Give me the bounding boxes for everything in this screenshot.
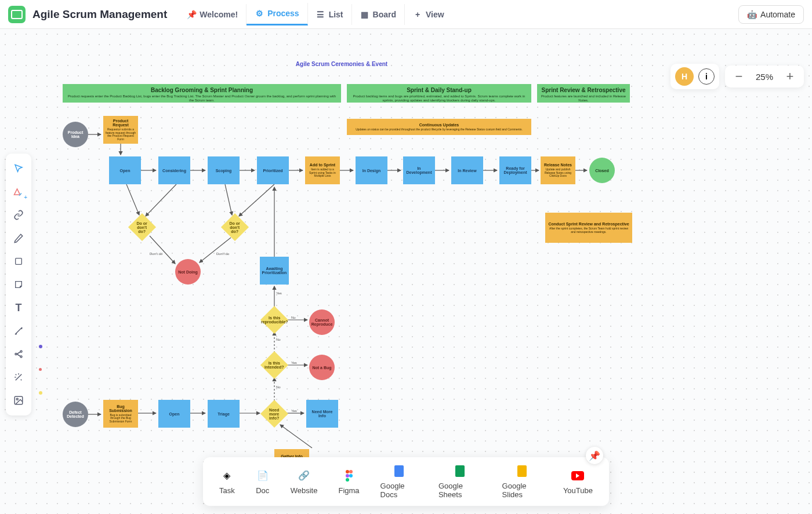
label-no: No: [276, 338, 281, 341]
node-triage[interactable]: Triage: [208, 400, 240, 428]
whiteboard-canvas[interactable]: + T H i − 25% + Agile Scrum Ceremonies &…: [0, 29, 812, 514]
tab-welcome[interactable]: 📌Welcome!: [179, 4, 246, 25]
rect-tool[interactable]: [8, 251, 29, 272]
diagram-title: Agile Scrum Ceremonies & Event: [45, 61, 638, 72]
note-continuous-updates[interactable]: Continuous UpdatesUpdates on status can …: [347, 119, 531, 135]
node-closed[interactable]: Closed: [589, 158, 615, 183]
node-notBug[interactable]: Not a Bug: [309, 355, 335, 380]
text-tool[interactable]: T: [8, 297, 29, 318]
node-cannotRepro[interactable]: Cannot Reproduce: [309, 309, 335, 335]
mindmap-tool[interactable]: [8, 344, 29, 364]
svg-line-23: [200, 238, 231, 263]
node-needMoreInfo[interactable]: Need More Info: [306, 400, 338, 428]
node-readyDeploy[interactable]: Ready for Deployment: [499, 156, 531, 184]
insert-label: Google Slides: [502, 482, 542, 499]
doc-icon: 📄: [256, 469, 270, 483]
node-bugSub[interactable]: Bug SubmissionBug is submitted through t…: [103, 400, 138, 428]
swimlane-header[interactable]: Sprint & Daily Stand-upProduct backlog i…: [347, 84, 531, 103]
svg-point-39: [349, 474, 353, 477]
tab-label: Board: [373, 10, 396, 19]
node-considering[interactable]: Considering: [158, 156, 190, 184]
tab-board[interactable]: ▦Board: [352, 4, 405, 25]
page-title: Agile Scrum Management: [32, 8, 167, 21]
insert-youtube[interactable]: YouTube: [563, 469, 593, 495]
youtube-icon: [571, 469, 585, 483]
svg-point-38: [346, 474, 349, 477]
connector-tool[interactable]: [8, 320, 29, 341]
shape-tool[interactable]: +: [8, 181, 29, 202]
insert-gslides[interactable]: Google Slides: [502, 464, 542, 499]
node-productIdea[interactable]: Product Idea: [63, 122, 88, 147]
node-awaiting[interactable]: Awaiting Prioritization: [260, 257, 289, 285]
automate-label: Automate: [760, 10, 795, 19]
insert-label: Google Sheets: [438, 482, 481, 499]
label-yes: Yes: [276, 291, 282, 295]
plus-icon: +: [413, 10, 422, 19]
node-scoping[interactable]: Scoping: [208, 156, 240, 184]
svg-line-21: [239, 184, 274, 216]
link-tool[interactable]: [8, 205, 29, 225]
pointer-tool[interactable]: [8, 158, 29, 179]
svg-point-1: [15, 353, 17, 355]
node-productRequest[interactable]: Product RequestRequestor submits a featu…: [103, 116, 138, 144]
gslides-icon: [515, 464, 529, 478]
label-dontdo: Don't do: [216, 252, 229, 256]
insert-gdocs[interactable]: Google Docs: [380, 464, 418, 499]
label-dontdo: Don't do: [150, 252, 162, 256]
node-decide1[interactable]: Do or don't do?: [128, 213, 156, 241]
swimlane-header[interactable]: Sprint Review & RetrospectiveProduct fea…: [537, 84, 630, 103]
node-notDoing[interactable]: Not Doing: [175, 259, 201, 285]
svg-line-19: [146, 184, 176, 216]
swimlane-header[interactable]: Backlog Grooming & Sprint PlanningProduc…: [63, 84, 341, 103]
process-icon: ⚙: [255, 9, 264, 18]
insert-website[interactable]: 🔗Website: [291, 469, 318, 495]
svg-line-20: [225, 184, 232, 215]
node-reproduc[interactable]: Is this reproducible?: [260, 306, 288, 334]
node-prioritized[interactable]: Prioritized: [257, 156, 289, 184]
pen-tool[interactable]: [8, 228, 29, 249]
svg-point-5: [16, 398, 18, 400]
node-open[interactable]: Open: [109, 156, 141, 184]
node-decide2[interactable]: Do or don't do?: [221, 213, 249, 241]
tab-process[interactable]: ⚙Process: [246, 3, 307, 25]
tab-label: Process: [267, 9, 299, 18]
robot-icon: 🤖: [747, 10, 757, 19]
node-intended[interactable]: Is this intended?: [260, 351, 288, 379]
label-yes: Yes: [291, 409, 297, 413]
svg-line-22: [150, 236, 175, 264]
tab-list[interactable]: ☰List: [308, 4, 352, 25]
insert-label: Figma: [338, 486, 359, 495]
node-defect[interactable]: Defect Detected: [63, 402, 88, 427]
pin-icon[interactable]: 📌: [586, 447, 603, 464]
node-addSprint[interactable]: Add to SprintItem is added to a Sprint u…: [305, 156, 340, 184]
image-tool[interactable]: [8, 390, 29, 411]
insert-task[interactable]: ◈Task: [219, 469, 235, 495]
node-releaseNotes[interactable]: Release NotesUpdate and publish Release …: [541, 156, 575, 184]
automate-button[interactable]: 🤖Automate: [738, 5, 804, 24]
rect-color-dot: [39, 368, 42, 371]
insert-gsheets[interactable]: Google Sheets: [438, 464, 481, 499]
svg-point-3: [20, 356, 22, 358]
board-icon: ▦: [360, 10, 369, 19]
view-tabs: 📌Welcome! ⚙Process ☰List ▦Board +View: [179, 3, 452, 25]
node-needMore[interactable]: Need more info?: [260, 400, 288, 428]
node-sprintReview[interactable]: Conduct Sprint Review and RetrospectiveA…: [545, 213, 632, 243]
node-bugOpen[interactable]: Open: [158, 400, 190, 428]
left-toolbar: + T: [6, 154, 31, 415]
node-inDesign[interactable]: In Design: [356, 156, 387, 184]
svg-line-18: [126, 184, 139, 215]
insert-label: Google Docs: [380, 482, 418, 499]
insert-figma[interactable]: Figma: [338, 469, 359, 495]
magic-tool[interactable]: [8, 367, 29, 388]
node-inReview[interactable]: In Review: [451, 156, 483, 184]
gdocs-icon: [392, 464, 406, 478]
tab-add-view[interactable]: +View: [405, 4, 452, 25]
sticky-color-dot: [39, 391, 42, 395]
label-no: No: [276, 385, 281, 389]
svg-rect-0: [16, 258, 22, 265]
app-logo-icon: [8, 6, 26, 23]
node-inDev[interactable]: In Development: [403, 156, 435, 184]
svg-line-35: [280, 425, 312, 448]
insert-doc[interactable]: 📄Doc: [256, 469, 270, 495]
sticky-tool[interactable]: [8, 274, 29, 295]
